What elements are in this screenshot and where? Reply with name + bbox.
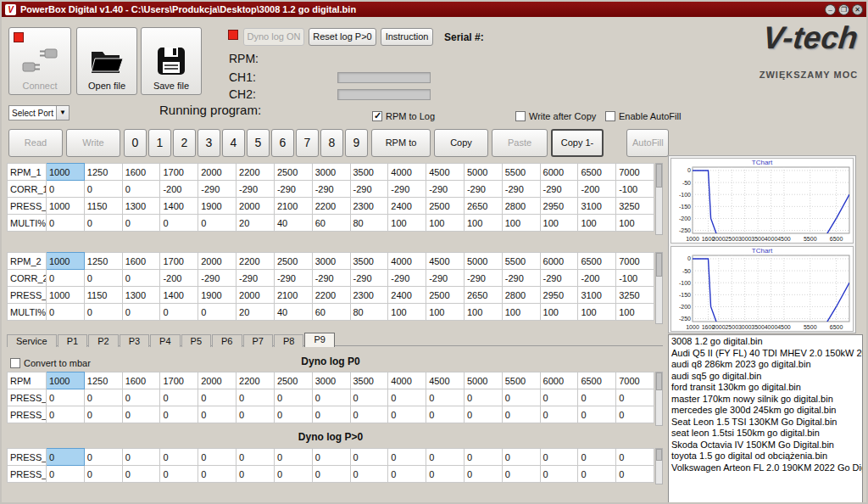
tab-p2[interactable]: P2 <box>88 334 118 347</box>
cell[interactable]: 60 <box>312 215 350 232</box>
cell[interactable]: 0 <box>160 304 198 321</box>
cell[interactable]: 0 <box>160 215 198 232</box>
digit-button-0[interactable]: 0 <box>124 129 147 157</box>
tab-p4[interactable]: P4 <box>150 334 180 347</box>
cell[interactable]: 0 <box>540 406 578 423</box>
cell[interactable]: 0 <box>464 406 502 423</box>
cell[interactable]: 0 <box>122 449 160 466</box>
cell[interactable]: 1400 <box>160 198 198 215</box>
cell[interactable]: 5500 <box>502 164 540 181</box>
cell[interactable]: 3000 <box>312 253 350 270</box>
cell[interactable]: 3100 <box>578 198 616 215</box>
cell[interactable]: 5000 <box>464 372 502 389</box>
cell[interactable]: -290 <box>464 270 502 287</box>
cell[interactable]: 3000 <box>312 164 350 181</box>
cell[interactable]: 0 <box>540 449 578 466</box>
cell[interactable]: 0 <box>198 389 236 406</box>
cell[interactable]: 2000 <box>198 372 236 389</box>
cell[interactable]: 0 <box>388 466 426 483</box>
cell[interactable]: 100 <box>578 304 616 321</box>
cell[interactable]: 0 <box>84 181 122 198</box>
cell[interactable]: 7000 <box>616 372 654 389</box>
close-button[interactable]: ✕ <box>852 4 863 15</box>
cell[interactable]: 20 <box>236 215 275 232</box>
cell[interactable]: 1250 <box>84 164 122 181</box>
open-file-button[interactable]: Open file <box>76 27 137 95</box>
cell[interactable]: 1250 <box>84 372 122 389</box>
cell[interactable]: 0 <box>274 406 312 423</box>
digit-button-1[interactable]: 1 <box>148 129 171 157</box>
cell[interactable]: 7000 <box>616 164 654 181</box>
cell[interactable]: 0 <box>426 466 465 483</box>
cell[interactable]: -290 <box>274 181 312 198</box>
cell[interactable]: 0 <box>578 389 616 406</box>
cell[interactable]: 2000 <box>198 253 236 270</box>
cell[interactable]: 2950 <box>540 287 578 304</box>
cell[interactable]: 0 <box>616 406 654 423</box>
cell[interactable]: -200 <box>160 181 198 198</box>
cell[interactable]: 0 <box>122 304 160 321</box>
cell[interactable]: 0 <box>274 389 312 406</box>
minimize-button[interactable]: – <box>825 4 836 15</box>
cell[interactable]: 2000 <box>198 164 236 181</box>
cell[interactable]: 0 <box>84 304 122 321</box>
cell[interactable]: 80 <box>350 304 388 321</box>
cell[interactable]: 20 <box>236 304 275 321</box>
cell[interactable]: 100 <box>578 215 616 232</box>
cell[interactable]: 2400 <box>388 287 426 304</box>
cell[interactable]: 2000 <box>236 287 275 304</box>
cell[interactable]: 0 <box>160 466 198 483</box>
cell[interactable]: -290 <box>502 270 540 287</box>
cell[interactable]: 0 <box>350 389 388 406</box>
cell[interactable]: 100 <box>502 215 540 232</box>
cell[interactable]: -290 <box>502 181 540 198</box>
file-item[interactable]: Seat Leon 1.5 TSI 130KM Go Digital.bin <box>669 417 862 428</box>
file-item[interactable]: 3008 1.2 go digital.bin <box>669 336 862 348</box>
cell[interactable]: 1000 <box>47 253 85 270</box>
instruction-button[interactable]: Instruction <box>381 28 433 46</box>
cell[interactable]: 0 <box>502 466 540 483</box>
cell[interactable]: 1400 <box>160 287 198 304</box>
cell[interactable]: 2500 <box>274 164 312 181</box>
cell[interactable]: 0 <box>350 466 388 483</box>
cell[interactable]: -290 <box>274 270 312 287</box>
cell[interactable]: 0 <box>122 466 160 483</box>
cell[interactable]: 3100 <box>578 287 616 304</box>
cell[interactable]: 0 <box>47 466 85 483</box>
cell[interactable]: 0 <box>502 389 540 406</box>
cell[interactable]: 1600 <box>122 372 160 389</box>
cell[interactable]: 0 <box>464 449 502 466</box>
cell[interactable]: 6000 <box>540 372 578 389</box>
cell[interactable]: 6500 <box>578 164 616 181</box>
cell[interactable]: 100 <box>616 304 654 321</box>
copy-1-to-2-button[interactable]: Copy 1->2 <box>551 129 604 157</box>
cell[interactable]: 0 <box>236 466 275 483</box>
dyno-pgt0-scrollbar[interactable] <box>655 448 663 484</box>
cell[interactable]: 0 <box>198 449 236 466</box>
cell[interactable]: 4500 <box>426 253 465 270</box>
cell[interactable]: 100 <box>502 304 540 321</box>
cell[interactable]: 0 <box>578 406 616 423</box>
cell[interactable]: 6500 <box>578 253 616 270</box>
cell[interactable]: 0 <box>84 215 122 232</box>
cell[interactable]: 0 <box>84 389 122 406</box>
cell[interactable]: 0 <box>578 466 616 483</box>
cell[interactable]: 0 <box>84 466 122 483</box>
cell[interactable]: 5500 <box>502 253 540 270</box>
cell[interactable]: 100 <box>540 215 578 232</box>
tab-p3[interactable]: P3 <box>120 334 149 347</box>
cell[interactable]: -290 <box>388 181 426 198</box>
cell[interactable]: 0 <box>502 449 540 466</box>
file-item[interactable]: Audi Q5 II (FY FL) 40 TDI MHEV 2.0 150kW… <box>669 348 862 360</box>
cell[interactable]: 1000 <box>47 372 85 389</box>
cell[interactable]: 2100 <box>274 198 312 215</box>
cell[interactable]: 0 <box>84 406 122 423</box>
cell[interactable]: 7000 <box>616 253 654 270</box>
cell[interactable]: -100 <box>616 181 654 198</box>
cell[interactable]: 0 <box>47 406 85 423</box>
cell[interactable]: 3500 <box>350 164 388 181</box>
cell[interactable]: 80 <box>350 215 388 232</box>
cell[interactable]: 1600 <box>122 253 160 270</box>
digit-button-2[interactable]: 2 <box>173 129 196 157</box>
cell[interactable]: 2100 <box>274 287 312 304</box>
